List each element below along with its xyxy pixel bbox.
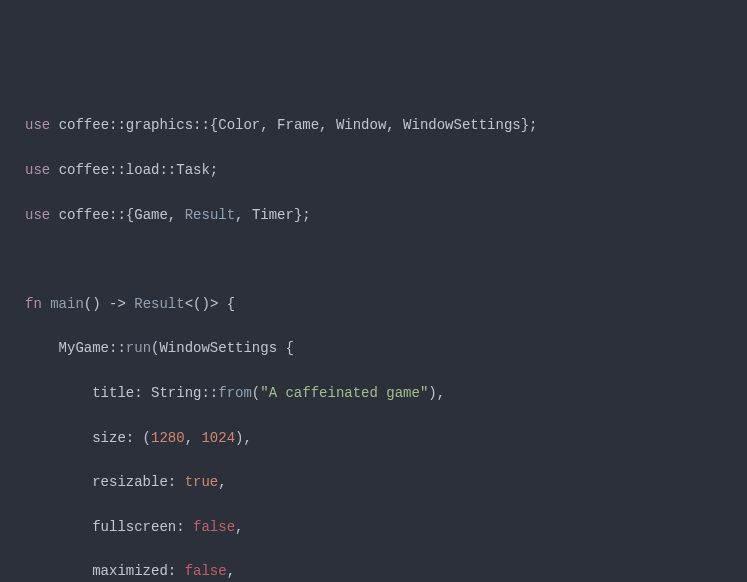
type-list: Color, Frame, Window, WindowSettings: [218, 117, 520, 133]
code-line: use coffee::load::Task;: [0, 159, 747, 181]
type-name: Task: [176, 162, 210, 178]
punct: ;: [210, 162, 218, 178]
field-label: title:: [25, 385, 151, 401]
module-path: coffee::load::: [59, 162, 177, 178]
field-label: maximized:: [25, 563, 185, 579]
number-literal: 1024: [201, 430, 235, 446]
function-call: from: [218, 385, 252, 401]
identifier: MyGame::: [25, 340, 126, 356]
type-path: String::: [151, 385, 218, 401]
type-name: , Timer: [235, 207, 294, 223]
module-path: coffee::{: [59, 207, 135, 223]
field-label: size: (: [25, 430, 151, 446]
code-block: use coffee::graphics::{Color, Frame, Win…: [0, 92, 747, 582]
code-line: use coffee::{Game, Result, Timer};: [0, 204, 747, 226]
punct: ,: [185, 430, 202, 446]
type-result: Result: [185, 207, 235, 223]
code-line: fullscreen: false,: [0, 516, 747, 538]
code-line: resizable: true,: [0, 471, 747, 493]
code-line: MyGame::run(WindowSettings {: [0, 337, 747, 359]
type-result: Result: [134, 296, 184, 312]
punct: ),: [428, 385, 445, 401]
keyword-use: use: [25, 117, 50, 133]
code-line: title: String::from("A caffeinated game"…: [0, 382, 747, 404]
punct: (: [252, 385, 260, 401]
module-path: coffee::graphics::{: [59, 117, 219, 133]
type-name: Game,: [134, 207, 184, 223]
keyword-fn: fn: [25, 296, 42, 312]
punct: ,: [227, 563, 235, 579]
field-label: resizable:: [25, 474, 185, 490]
blank-line: [0, 248, 747, 270]
field-label: fullscreen:: [25, 519, 193, 535]
bool-literal: true: [185, 474, 219, 490]
code-line: use coffee::graphics::{Color, Frame, Win…: [0, 114, 747, 136]
code-line: size: (1280, 1024),: [0, 427, 747, 449]
punct: ,: [235, 519, 243, 535]
code-line: fn main() -> Result<()> {: [0, 293, 747, 315]
keyword-use: use: [25, 162, 50, 178]
string-literal: "A caffeinated game": [260, 385, 428, 401]
bool-literal: false: [193, 519, 235, 535]
bool-literal: false: [185, 563, 227, 579]
function-call: run: [126, 340, 151, 356]
punct: <()> {: [185, 296, 235, 312]
punct: ,: [218, 474, 226, 490]
punct: };: [294, 207, 311, 223]
code-line: maximized: false,: [0, 560, 747, 582]
number-literal: 1280: [151, 430, 185, 446]
punct: () ->: [84, 296, 134, 312]
punct: ),: [235, 430, 252, 446]
punct: (WindowSettings {: [151, 340, 294, 356]
keyword-use: use: [25, 207, 50, 223]
punct: };: [521, 117, 538, 133]
function-name: main: [50, 296, 84, 312]
